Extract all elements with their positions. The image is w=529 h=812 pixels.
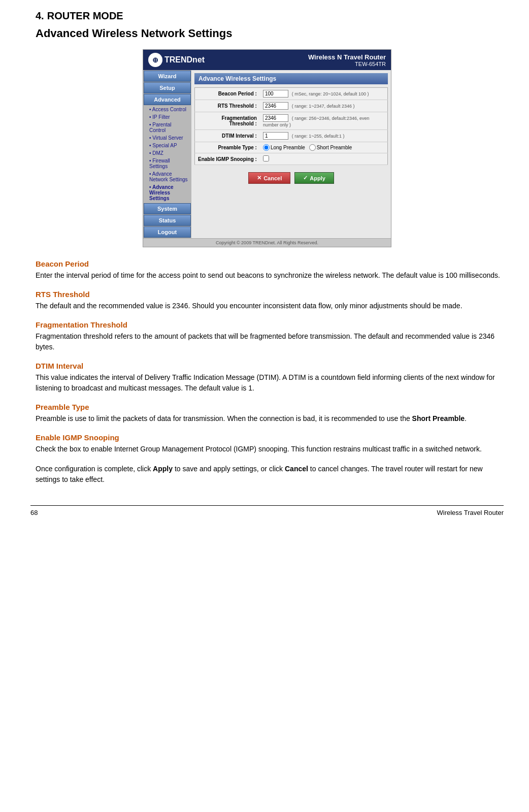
brand-name: TRENDnet bbox=[164, 55, 205, 64]
rts-threshold-hint: ( range: 1~2347, default 2346 ) bbox=[292, 104, 355, 109]
sidebar-item-special-ap[interactable]: Special AP bbox=[143, 142, 191, 149]
sidebar-system-btn[interactable]: System bbox=[144, 203, 191, 214]
product-name: Wireless N Travel Router bbox=[308, 53, 386, 61]
content-body: Beacon Period Enter the interval period … bbox=[36, 259, 504, 485]
router-body: Wizard Setup Advanced Access Control IP … bbox=[143, 70, 391, 238]
form-button-row: ✕ Cancel ✓ Apply bbox=[194, 169, 388, 187]
preamble-text-part1: Preamble is use to limit the packets of … bbox=[36, 414, 412, 423]
closing-text: Once configuration is complete, click Ap… bbox=[36, 464, 504, 485]
product-model: TEW-654TR bbox=[308, 61, 386, 67]
router-product-info: Wireless N Travel Router TEW-654TR bbox=[308, 53, 386, 67]
igmp-snooping-value-cell bbox=[260, 153, 388, 165]
closing-text-part1: Once configuration is complete, click bbox=[36, 465, 153, 473]
beacon-period-hint: ( mSec, range: 20~1024, default 100 ) bbox=[292, 91, 369, 96]
preamble-type-section: Preamble Type Preamble is use to limit t… bbox=[36, 403, 504, 424]
rts-threshold-text: The default and the recommended value is… bbox=[36, 301, 504, 311]
sidebar-wizard-btn[interactable]: Wizard bbox=[144, 71, 191, 82]
dtim-interval-heading: DTIM Interval bbox=[36, 362, 504, 370]
beacon-period-value-cell: ( mSec, range: 20~1024, default 100 ) bbox=[260, 88, 388, 100]
rts-threshold-input[interactable] bbox=[263, 102, 288, 110]
sidebar-setup-btn[interactable]: Setup bbox=[144, 82, 191, 93]
closing-cancel-bold: Cancel bbox=[285, 465, 308, 473]
cancel-button[interactable]: ✕ Cancel bbox=[248, 172, 290, 184]
logo-icon: ⊕ bbox=[148, 53, 162, 67]
section-title: Advanced Wireless Network Settings bbox=[36, 27, 504, 40]
sidebar-item-parental-control[interactable]: Parental Control bbox=[143, 121, 191, 134]
dtim-interval-input[interactable] bbox=[263, 132, 288, 140]
chapter-label: 4. ROUTER MODE bbox=[36, 10, 504, 22]
router-main-panel: Advance Wireless Settings Beacon Period … bbox=[191, 70, 391, 238]
preamble-type-label: Preamble Type : bbox=[195, 142, 260, 153]
sidebar-item-firewall-settings[interactable]: Firewall Settings bbox=[143, 157, 191, 170]
rts-threshold-row: RTS Threshold : ( range: 1~2347, default… bbox=[195, 100, 388, 112]
fragmentation-threshold-section: Fragmentation Threshold Fragmentation th… bbox=[36, 320, 504, 352]
cancel-label: Cancel bbox=[263, 175, 282, 181]
rts-threshold-label: RTS Threshold : bbox=[195, 100, 260, 112]
igmp-snooping-section: Enable IGMP Snooping Check the box to en… bbox=[36, 433, 504, 454]
igmp-snooping-checkbox[interactable] bbox=[263, 155, 269, 161]
dtim-interval-value-cell: ( range: 1~255, default:1 ) bbox=[260, 130, 388, 142]
fragmentation-threshold-heading: Fragmentation Threshold bbox=[36, 320, 504, 329]
rts-threshold-value-cell: ( range: 1~2347, default 2346 ) bbox=[260, 100, 388, 112]
cancel-icon: ✕ bbox=[257, 175, 261, 181]
sidebar-advanced-btn[interactable]: Advanced bbox=[144, 94, 191, 105]
preamble-type-value-cell: Long Preamble Short Preamble bbox=[260, 142, 388, 153]
preamble-type-heading: Preamble Type bbox=[36, 403, 504, 411]
preamble-type-row: Preamble Type : Long Preamble Short Prea… bbox=[195, 142, 388, 153]
beacon-period-heading: Beacon Period bbox=[36, 259, 504, 268]
preamble-short-label[interactable]: Short Preamble bbox=[309, 144, 352, 151]
closing-text-part2: to save and apply settings, or click bbox=[173, 465, 285, 473]
igmp-snooping-heading: Enable IGMP Snooping bbox=[36, 433, 504, 442]
preamble-text-bold: Short Preamble bbox=[412, 414, 465, 423]
page-number: 68 bbox=[30, 509, 38, 516]
fragmentation-threshold-input[interactable] bbox=[263, 114, 288, 122]
beacon-period-input[interactable] bbox=[263, 90, 288, 98]
dtim-interval-row: DTIM Interval : ( range: 1~255, default:… bbox=[195, 130, 388, 142]
fragmentation-threshold-text: Fragmentation threshold refers to the am… bbox=[36, 331, 504, 352]
sidebar-status-btn[interactable]: Status bbox=[144, 215, 191, 226]
sidebar-logout-btn[interactable]: Logout bbox=[144, 226, 191, 238]
router-ui-screenshot: ⊕ TRENDnet Wireless N Travel Router TEW-… bbox=[143, 49, 391, 247]
panel-title: Advance Wireless Settings bbox=[194, 73, 388, 84]
product-label: Wireless Travel Router bbox=[437, 509, 504, 516]
rts-threshold-heading: RTS Threshold bbox=[36, 290, 504, 299]
router-sidebar: Wizard Setup Advanced Access Control IP … bbox=[143, 70, 191, 238]
router-logo: ⊕ TRENDnet bbox=[148, 53, 205, 67]
preamble-radio-group: Long Preamble Short Preamble bbox=[263, 144, 384, 151]
rts-threshold-section: RTS Threshold The default and the recomm… bbox=[36, 290, 504, 311]
sidebar-item-advance-wireless[interactable]: Advance Wireless Settings bbox=[143, 183, 191, 202]
dtim-interval-section: DTIM Interval This value indicates the i… bbox=[36, 362, 504, 394]
preamble-type-text: Preamble is use to limit the packets of … bbox=[36, 413, 504, 424]
preamble-short-radio[interactable] bbox=[309, 144, 316, 151]
preamble-long-label[interactable]: Long Preamble bbox=[263, 144, 305, 151]
beacon-period-row: Beacon Period : ( mSec, range: 20~1024, … bbox=[195, 88, 388, 100]
page-footer: 68 Wireless Travel Router bbox=[30, 505, 504, 516]
beacon-period-text: Enter the interval period of time for th… bbox=[36, 270, 504, 281]
dtim-interval-hint: ( range: 1~255, default:1 ) bbox=[292, 134, 345, 139]
igmp-snooping-row: Enable IGMP Snooping : bbox=[195, 153, 388, 165]
dtim-interval-text: This value indicates the interval of Del… bbox=[36, 372, 504, 394]
sidebar-item-access-control[interactable]: Access Control bbox=[143, 106, 191, 113]
chapter-title: ROUTER MODE bbox=[47, 10, 123, 22]
sidebar-item-virtual-server[interactable]: Virtual Server bbox=[143, 134, 191, 142]
closing-apply-bold: Apply bbox=[153, 465, 173, 473]
igmp-snooping-label: Enable IGMP Snooping : bbox=[195, 153, 260, 165]
fragmentation-threshold-value-cell: ( range: 256~2346, default:2346, even nu… bbox=[260, 112, 388, 130]
beacon-period-section: Beacon Period Enter the interval period … bbox=[36, 259, 504, 281]
sidebar-item-advance-network[interactable]: Advance Network Settings bbox=[143, 170, 191, 183]
preamble-text-part2: . bbox=[465, 414, 467, 423]
fragmentation-threshold-row: FragmentationThreshold : ( range: 256~23… bbox=[195, 112, 388, 130]
fragmentation-threshold-label: FragmentationThreshold : bbox=[195, 112, 260, 130]
sidebar-item-dmz[interactable]: DMZ bbox=[143, 149, 191, 157]
router-header: ⊕ TRENDnet Wireless N Travel Router TEW-… bbox=[143, 50, 391, 70]
settings-form-table: Beacon Period : ( mSec, range: 20~1024, … bbox=[194, 87, 388, 165]
beacon-period-label: Beacon Period : bbox=[195, 88, 260, 100]
sidebar-item-ip-filter[interactable]: IP Filter bbox=[143, 113, 191, 121]
dtim-interval-label: DTIM Interval : bbox=[195, 130, 260, 142]
apply-icon: ✓ bbox=[303, 175, 308, 181]
apply-button[interactable]: ✓ Apply bbox=[294, 172, 334, 184]
chapter-number: 4. bbox=[36, 10, 44, 22]
preamble-long-radio[interactable] bbox=[263, 144, 270, 151]
igmp-snooping-text: Check the box to enable Internet Group M… bbox=[36, 444, 504, 454]
apply-label: Apply bbox=[310, 175, 325, 181]
